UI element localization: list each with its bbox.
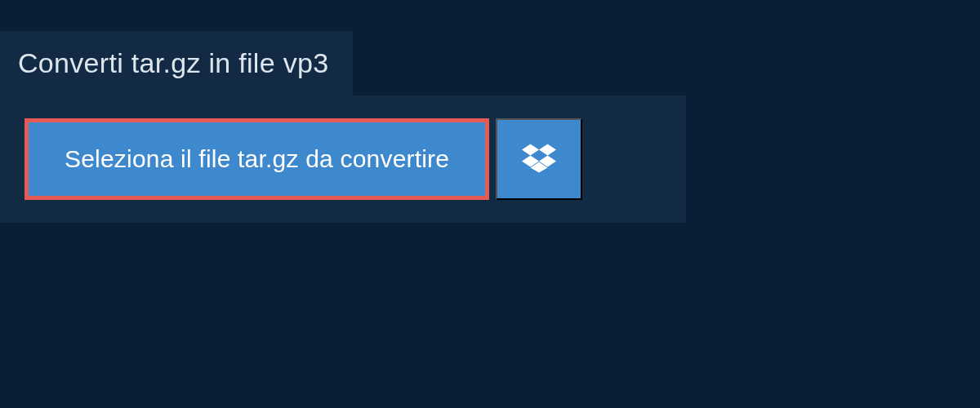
button-row: Seleziona il file tar.gz da convertire	[24, 118, 662, 200]
dropbox-icon	[522, 141, 556, 178]
select-file-label: Seleziona il file tar.gz da convertire	[65, 145, 449, 173]
select-file-button[interactable]: Seleziona il file tar.gz da convertire	[24, 118, 489, 200]
header-tab: Converti tar.gz in file vp3	[0, 31, 353, 95]
page-title: Converti tar.gz in file vp3	[18, 47, 328, 79]
upload-panel: Seleziona il file tar.gz da convertire	[0, 95, 686, 223]
dropbox-button[interactable]	[496, 118, 582, 200]
